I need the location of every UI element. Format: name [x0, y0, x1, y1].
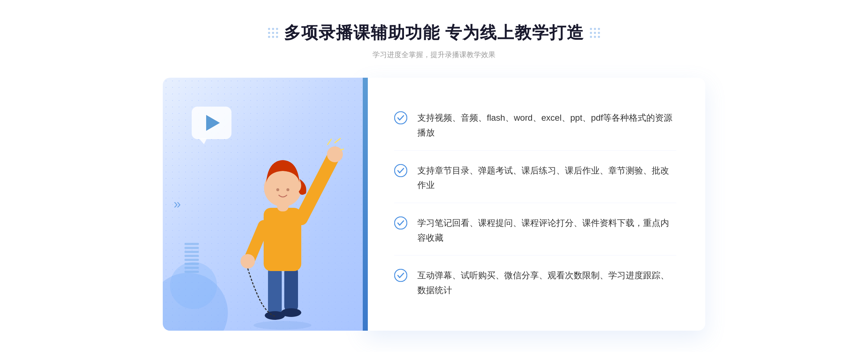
check-circle-icon-1 [394, 111, 407, 124]
svg-rect-2 [284, 266, 298, 313]
check-circle-icon-4 [394, 269, 407, 282]
svg-point-17 [395, 112, 407, 124]
accent-bar [363, 78, 368, 331]
feature-item-1: 支持视频、音频、flash、word、excel、ppt、pdf等各种格式的资源… [394, 100, 676, 151]
svg-point-19 [395, 217, 407, 229]
svg-line-15 [335, 138, 340, 143]
main-content: » [163, 78, 705, 331]
decorative-dots-left [268, 28, 278, 38]
svg-point-20 [395, 269, 407, 282]
svg-point-4 [281, 308, 301, 317]
page-wrapper: 多项录播课辅助功能 专为线上教学打造 学习进度全掌握，提升录播课教学效果 [0, 0, 868, 352]
svg-point-12 [276, 188, 279, 191]
arrow-left-icon: » [174, 197, 181, 212]
svg-point-9 [241, 254, 255, 269]
feature-item-2: 支持章节目录、弹题考试、课后练习、课后作业、章节测验、批改作业 [394, 153, 676, 203]
person-illustration [221, 121, 344, 331]
svg-point-0 [254, 321, 311, 330]
page-title: 多项录播课辅助功能 专为线上教学打造 [268, 22, 600, 44]
svg-rect-1 [268, 266, 282, 316]
illustration-panel: » [163, 78, 365, 331]
feature-text-1: 支持视频、音频、flash、word、excel、ppt、pdf等各种格式的资源… [417, 111, 676, 140]
svg-line-14 [328, 139, 331, 145]
svg-point-13 [286, 188, 289, 191]
check-circle-icon-3 [394, 216, 407, 229]
check-circle-icon-2 [394, 164, 407, 177]
page-subtitle: 学习进度全掌握，提升录播课教学效果 [268, 50, 600, 60]
feature-text-3: 学习笔记回看、课程提问、课程评论打分、课件资料下载，重点内容收藏 [417, 216, 676, 245]
feature-text-4: 互动弹幕、试听购买、微信分享、观看次数限制、学习进度跟踪、数据统计 [417, 268, 676, 298]
feature-item-4: 互动弹幕、试听购买、微信分享、观看次数限制、学习进度跟踪、数据统计 [394, 258, 676, 308]
svg-line-8 [250, 226, 264, 258]
feature-item-3: 学习笔记回看、课程提问、课程评论打分、课件资料下载，重点内容收藏 [394, 206, 676, 256]
svg-point-7 [327, 146, 343, 162]
svg-point-18 [395, 164, 407, 177]
feature-text-2: 支持章节目录、弹题考试、课后练习、课后作业、章节测验、批改作业 [417, 163, 676, 193]
decorative-lines [184, 243, 199, 273]
play-icon [206, 115, 220, 131]
header-section: 多项录播课辅助功能 专为线上教学打造 学习进度全掌握，提升录播课教学效果 [268, 22, 600, 60]
decorative-dots-right [590, 28, 600, 38]
features-panel: 支持视频、音频、flash、word、excel、ppt、pdf等各种格式的资源… [365, 78, 705, 331]
